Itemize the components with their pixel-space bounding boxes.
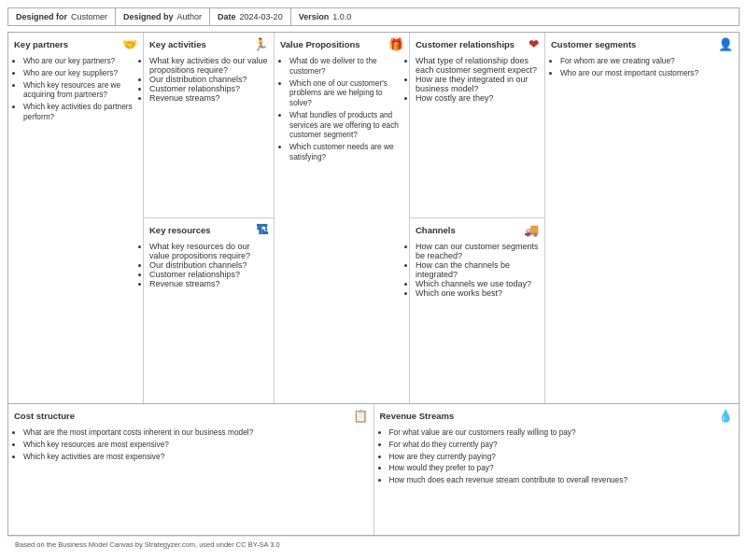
revenue-streams-section: Revenue Streams 💧 For what value are our…: [374, 404, 740, 535]
designed-by-label: Designed by: [123, 12, 174, 21]
customer-relationships-title: Customer relationships ❤: [416, 37, 539, 51]
list-item: For what do they currently pay?: [389, 440, 734, 450]
version-cell: Version 1.0.0: [291, 8, 359, 25]
list-item: Which key resources are we acquiring fro…: [23, 80, 137, 101]
list-item: Which key resources are most expensive?: [23, 440, 368, 450]
list-item: Who are our most important customers?: [560, 68, 733, 78]
value-propositions-title: Value Propositions 🎁: [280, 37, 403, 51]
list-item: Which one of our customer's problems are…: [289, 78, 403, 108]
activities-resources-column: Key activities 🏃 What key activities do …: [144, 33, 275, 403]
designed-by-value: Author: [177, 12, 203, 21]
cost-structure-icon: 📋: [353, 409, 368, 423]
revenue-streams-label: Revenue Streams: [380, 411, 455, 421]
canvas-main: Key partners 🤝 Who are our key partners?…: [8, 33, 739, 404]
channels-label: Channels: [416, 225, 456, 235]
cost-structure-label: Cost structure: [14, 411, 75, 421]
version-value: 1.0.0: [332, 12, 351, 21]
key-resources-label: Key resources: [149, 225, 210, 235]
canvas-area: Key partners 🤝 Who are our key partners?…: [7, 32, 740, 536]
designed-for-label: Designed for: [16, 12, 67, 21]
channels-title: Channels 🚚: [416, 223, 539, 237]
list-item: Which key activities do partners perform…: [23, 102, 137, 122]
key-activities-icon: 🏃: [253, 37, 268, 51]
list-item: How are they currently paying?: [389, 452, 734, 462]
designed-for-value: Customer: [71, 12, 107, 21]
cost-structure-list: What are the most important costs inhere…: [14, 427, 368, 463]
cost-structure-title: Cost structure 📋: [14, 409, 368, 423]
list-item: Which customer needs are we satisfying?: [289, 142, 403, 162]
list-item: For whom are we creating value?: [560, 56, 733, 66]
list-item: Who are our key partners?: [23, 56, 137, 66]
version-label: Version: [299, 12, 330, 21]
crm-channels-column: Customer relationships ❤ What type of re…: [410, 33, 545, 403]
channels-icon: 🚚: [524, 223, 539, 237]
customer-segments-icon: 👤: [718, 37, 733, 51]
key-activities-label: Key activities: [149, 39, 206, 49]
header-row: Designed for Customer Designed by Author…: [7, 7, 740, 26]
customer-segments-list: For whom are we creating value? Who are …: [551, 56, 733, 80]
list-item: Revenue streams?: [149, 93, 268, 103]
list-item: What key activities do our value proposi…: [149, 56, 268, 75]
designed-by-cell: Designed by Author: [116, 8, 210, 25]
value-propositions-list: What do we deliver to the customer? Whic…: [280, 56, 403, 164]
list-item: Which one works best?: [416, 288, 539, 298]
designed-for-cell: Designed for Customer: [8, 8, 116, 25]
list-item: Customer relationships?: [149, 84, 268, 93]
key-resources-list: What key resources do our value proposit…: [149, 242, 268, 288]
revenue-streams-icon: 💧: [718, 409, 733, 423]
list-item: What are the most important costs inhere…: [23, 427, 368, 438]
canvas-bottom: Cost structure 📋 What are the most impor…: [8, 404, 739, 535]
revenue-streams-list: For what value are our customers really …: [380, 427, 734, 487]
list-item: Our distribution channels?: [149, 75, 268, 84]
key-partners-label: Key partners: [14, 39, 68, 49]
list-item: Customer relationships?: [149, 270, 268, 279]
value-propositions-section: Value Propositions 🎁 What do we deliver …: [275, 33, 410, 403]
list-item: How can the channels be integrated?: [416, 260, 539, 279]
key-activities-list: What key activities do our value proposi…: [149, 56, 268, 103]
footer-text: Based on the Business Model Canvas by St…: [15, 540, 280, 549]
key-partners-list: Who are our key partners? Who are our ke…: [14, 56, 137, 124]
key-resources-icon: 🏗: [256, 223, 268, 237]
list-item: What do we deliver to the customer?: [289, 56, 403, 77]
revenue-streams-title: Revenue Streams 💧: [380, 409, 734, 423]
list-item: What bundles of products and services ar…: [289, 110, 403, 140]
key-resources-section: Key resources 🏗 What key resources do ou…: [144, 218, 274, 403]
key-resources-title: Key resources 🏗: [149, 223, 268, 237]
customer-relationships-icon: ❤: [529, 37, 539, 51]
list-item: What key resources do our value proposit…: [149, 242, 268, 260]
list-item: Which channels we use today?: [416, 279, 539, 288]
list-item: How costly are they?: [416, 93, 539, 103]
date-label: Date: [218, 12, 236, 21]
list-item: Who are our key suppliers?: [23, 68, 137, 78]
date-cell: Date 2024-03-20: [210, 8, 291, 25]
value-propositions-icon: 🎁: [388, 37, 403, 51]
list-item: How would they prefer to pay?: [389, 463, 734, 473]
channels-section: Channels 🚚 How can our customer segments…: [410, 218, 544, 403]
list-item: Which key activities are most expensive?: [23, 452, 368, 462]
key-partners-section: Key partners 🤝 Who are our key partners?…: [8, 33, 144, 403]
list-item: How much does each revenue stream contri…: [389, 475, 734, 485]
key-activities-section: Key activities 🏃 What key activities do …: [144, 33, 274, 218]
customer-segments-label: Customer segments: [551, 39, 636, 49]
cost-structure-section: Cost structure 📋 What are the most impor…: [8, 404, 374, 535]
channels-list: How can our customer segments be reached…: [416, 242, 539, 298]
list-item: How are they integrated in our business …: [416, 75, 539, 93]
customer-segments-title: Customer segments 👤: [551, 37, 733, 51]
list-item: For what value are our customers really …: [389, 427, 734, 438]
list-item: How can our customer segments be reached…: [416, 242, 539, 260]
customer-relationships-label: Customer relationships: [416, 39, 514, 49]
key-activities-title: Key activities 🏃: [149, 37, 268, 51]
customer-relationships-list: What type of relationship does each cust…: [416, 56, 539, 103]
page: Designed for Customer Designed by Author…: [0, 0, 747, 560]
list-item: Our distribution channels?: [149, 260, 268, 270]
customer-relationships-section: Customer relationships ❤ What type of re…: [410, 33, 544, 218]
footer: Based on the Business Model Canvas by St…: [7, 536, 740, 553]
key-partners-title: Key partners 🤝: [14, 37, 137, 51]
value-propositions-label: Value Propositions: [280, 39, 360, 49]
list-item: Revenue streams?: [149, 279, 268, 288]
customer-segments-section: Customer segments 👤 For whom are we crea…: [545, 33, 739, 403]
key-partners-icon: 🤝: [122, 37, 137, 51]
list-item: What type of relationship does each cust…: [416, 56, 539, 75]
date-value: 2024-03-20: [240, 12, 283, 21]
